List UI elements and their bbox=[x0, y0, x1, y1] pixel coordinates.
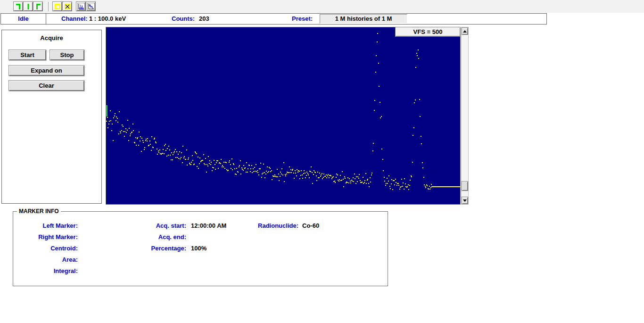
toolbar bbox=[0, 0, 644, 13]
roi-square-icon bbox=[54, 3, 61, 10]
preset-label: Preset: bbox=[292, 14, 313, 24]
down-arrow-icon bbox=[463, 199, 467, 202]
marker-right-button[interactable] bbox=[33, 1, 43, 11]
percentage-label: Percentage: bbox=[122, 245, 186, 252]
toolbar-gap bbox=[74, 2, 74, 11]
roi-clear-x-icon bbox=[64, 3, 71, 10]
area-label: Area: bbox=[18, 256, 78, 264]
acq-start-value: 12:00:00 AM bbox=[191, 222, 226, 230]
acquire-panel: Acquire Start Stop Expand on Clear bbox=[1, 30, 102, 204]
scrollbar-thumb[interactable] bbox=[462, 181, 468, 191]
toolbar-separator bbox=[48, 2, 49, 11]
radionuclide-value: Co-60 bbox=[302, 222, 319, 230]
acq-start-label: Acq. start: bbox=[122, 222, 186, 230]
spectrum-plot bbox=[106, 27, 460, 204]
marker-center-button[interactable] bbox=[23, 1, 33, 11]
scrollbar-up-button[interactable] bbox=[462, 27, 468, 35]
counts-value: 203 bbox=[199, 14, 209, 24]
mca-application-window: Idle Channel: 1 : 100.0 keV Counts: 203 … bbox=[0, 0, 644, 323]
marker-info-panel: MARKER INFO Left Marker: Right Marker: C… bbox=[13, 211, 388, 286]
counts-label: Counts: bbox=[172, 14, 195, 24]
marker-center-icon bbox=[25, 3, 32, 10]
left-marker-label: Left Marker: bbox=[18, 222, 78, 230]
radionuclide-label: Radionuclide: bbox=[235, 222, 298, 230]
decay-curve-icon bbox=[87, 3, 95, 10]
marker-right-icon bbox=[34, 3, 42, 10]
marker-left-icon bbox=[15, 3, 22, 10]
marker-info-title: MARKER INFO bbox=[17, 208, 61, 215]
up-arrow-icon bbox=[463, 30, 467, 33]
linear-spectrum-view-button[interactable] bbox=[76, 1, 86, 11]
stop-button[interactable]: Stop bbox=[50, 50, 84, 60]
clear-button[interactable]: Clear bbox=[8, 80, 84, 91]
log-spectrum-view-button[interactable] bbox=[86, 1, 96, 11]
channel-label: Channel: bbox=[61, 14, 88, 24]
expand-on-button[interactable]: Expand on bbox=[8, 65, 84, 76]
acquire-panel-title: Acquire bbox=[2, 34, 101, 41]
spectrum-histogram-icon bbox=[77, 3, 85, 10]
scrollbar-down-button[interactable] bbox=[462, 197, 468, 204]
spectrum-display[interactable] bbox=[106, 27, 461, 205]
acq-end-label: Acq. end: bbox=[122, 233, 186, 241]
status-bar: Idle Channel: 1 : 100.0 keV Counts: 203 … bbox=[0, 13, 547, 25]
marker-left-button[interactable] bbox=[13, 1, 23, 11]
channel-value: 1 : 100.0 keV bbox=[89, 14, 126, 24]
preset-field[interactable]: 1 M histories of 1 M bbox=[320, 14, 407, 24]
acquisition-state: Idle bbox=[1, 14, 46, 24]
integral-label: Integral: bbox=[18, 267, 78, 275]
start-button[interactable]: Start bbox=[8, 50, 46, 60]
roi-set-button[interactable] bbox=[52, 1, 62, 11]
vfs-control[interactable]: VFS = 500 bbox=[395, 27, 461, 37]
roi-clear-button[interactable] bbox=[62, 1, 72, 11]
right-marker-label: Right Marker: bbox=[18, 233, 78, 241]
spectrum-vertical-scrollbar[interactable] bbox=[461, 27, 469, 205]
centroid-label: Centroid: bbox=[18, 245, 78, 252]
percentage-value: 100% bbox=[191, 245, 206, 252]
